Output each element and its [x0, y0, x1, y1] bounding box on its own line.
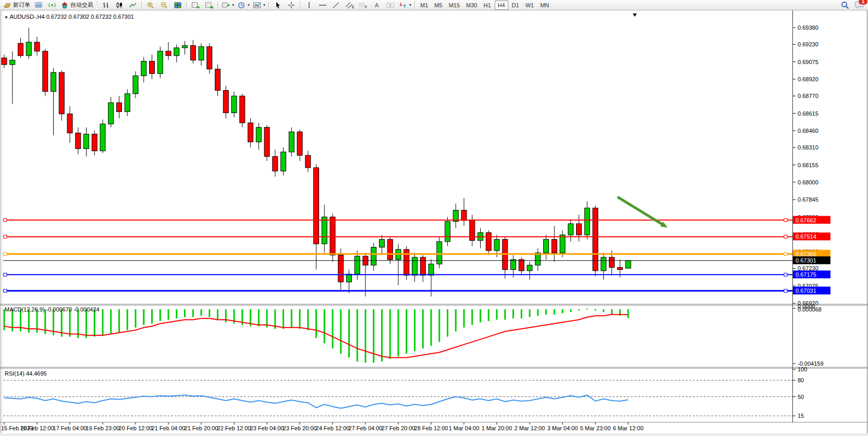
candle [593, 206, 598, 276]
periods-button[interactable]: ▾ [236, 0, 251, 10]
price-tick-label: 0.68310 [798, 144, 818, 151]
timeframe-M1[interactable]: M1 [418, 1, 431, 9]
candlestick-button[interactable] [113, 0, 126, 10]
candle-body-bear [519, 259, 524, 271]
candle-body-bull [51, 72, 56, 92]
charts-window-icon [34, 2, 43, 9]
crosshair-button[interactable] [285, 0, 298, 10]
candle-body-bull [141, 61, 146, 76]
chevron-down-icon: ▾ [263, 3, 265, 7]
vertical-line-icon [306, 2, 312, 9]
line-handle[interactable] [784, 273, 787, 276]
price-tick-label: 0.67845 [798, 196, 818, 203]
candle-body-bear [117, 103, 122, 111]
candle-body-bull [445, 221, 450, 242]
vertical-line-button[interactable] [302, 0, 316, 10]
candle-body-bull [108, 103, 114, 124]
tile-windows-button[interactable] [171, 0, 185, 10]
price-line-label: 0.67514 [796, 233, 816, 240]
new-order-icon [3, 2, 11, 9]
candle-body-bear [166, 51, 171, 56]
candle-body-bull [157, 51, 163, 73]
toolbar-separator [268, 1, 270, 9]
zoom-in-button[interactable] [144, 0, 157, 10]
svg-text:A: A [375, 2, 379, 8]
candle-body-bear [297, 132, 302, 155]
search-icon[interactable] [841, 1, 849, 9]
text-label-button[interactable]: T [384, 0, 397, 10]
trendline-button[interactable] [329, 0, 343, 10]
line-handle[interactable] [784, 253, 787, 256]
candle-body-bear [314, 168, 319, 244]
notification-badge: 1 [858, 0, 868, 5]
bar-chart-button[interactable] [99, 0, 113, 10]
candle-body-bull [289, 132, 294, 152]
line-handle[interactable] [4, 273, 7, 276]
line-handle[interactable] [784, 289, 787, 292]
rsi-level-label: 50 [798, 394, 804, 400]
chart-background [0, 10, 868, 436]
line-handle[interactable] [4, 219, 7, 222]
charts-window-button[interactable] [32, 0, 45, 10]
line-handle[interactable] [4, 289, 7, 292]
candle-body-bull [199, 47, 204, 60]
price-chart[interactable]: 0.693800.692300.690750.689200.687700.686… [0, 10, 868, 436]
candle-body-bull [133, 76, 138, 94]
fibonacci-button[interactable]: F [357, 0, 370, 10]
candle [207, 43, 212, 73]
arrows-button[interactable]: ▾ [397, 0, 413, 10]
timeframe-H1[interactable]: H1 [481, 1, 493, 9]
text-button[interactable]: A [370, 0, 384, 10]
candle-body-bear [223, 90, 228, 113]
cursor-button[interactable] [271, 0, 285, 10]
macd-indicator-label: MACD(12,26,9) -0.000670 -0.000424 [5, 306, 100, 313]
timeframe-D1[interactable]: D1 [509, 1, 522, 9]
candle-body-bear [305, 155, 311, 168]
timeframe-M15[interactable]: M15 [446, 1, 462, 9]
horizontal-line-icon [319, 2, 327, 9]
zoom-out-button[interactable] [157, 0, 171, 10]
new-order-button[interactable]: 新订单 [2, 0, 32, 10]
signals-button[interactable] [45, 0, 59, 10]
equidistant-channel-button[interactable]: E [343, 0, 357, 10]
window-bottom-strip [0, 433, 868, 436]
candle-body-bear [67, 114, 72, 133]
candle-body-bear [470, 220, 475, 241]
timeframe-M5[interactable]: M5 [432, 1, 445, 9]
line-handle[interactable] [784, 219, 787, 222]
candle-body-bull [347, 274, 352, 282]
candle [240, 94, 245, 128]
templates-button[interactable]: ▾ [251, 0, 267, 10]
fibonacci-icon: F [359, 2, 368, 9]
candle-body-bear [92, 134, 97, 151]
autotrading-button[interactable]: 自动交易 [59, 0, 95, 10]
toolbar-right-tools: 1 [841, 1, 864, 10]
auto-scroll-button[interactable] [189, 0, 202, 10]
autotrading-label: 自动交易 [70, 1, 93, 9]
rsi-level-label: 15 [798, 413, 804, 419]
chart-menu-arrow-icon[interactable]: ▼ [4, 15, 8, 20]
timeframe-MN[interactable]: MN [537, 1, 552, 9]
timeframe-H4[interactable]: H4 [495, 1, 508, 10]
candle-body-bear [420, 257, 425, 275]
date-label: 3 Mar 04:00 [547, 425, 578, 431]
line-handle[interactable] [784, 235, 787, 238]
timeframe-W1[interactable]: W1 [523, 1, 537, 9]
line-chart-button[interactable] [126, 0, 140, 10]
chart-shift-button[interactable] [202, 0, 216, 10]
date-label: 19 Feb 23:00 [86, 425, 120, 431]
horizontal-line-button[interactable] [316, 0, 329, 10]
line-handle[interactable] [4, 253, 7, 256]
timeframe-M30[interactable]: M30 [463, 1, 480, 9]
toolbar-grip [96, 1, 98, 9]
notifications-button[interactable]: 1 [854, 1, 864, 10]
price-tick-label: 0.68615 [798, 110, 818, 117]
chart-title-text: AUDUSD-,H4 0.67232 0.67302 0.67232 0.673… [9, 14, 134, 20]
line-handle[interactable] [4, 235, 7, 238]
indicators-icon [222, 2, 230, 9]
price-line-label: 0.67175 [796, 271, 816, 278]
indicators-button[interactable]: ▾ [220, 0, 236, 10]
candle-body-bear [2, 58, 7, 65]
signal-icon [48, 2, 56, 9]
candle-body-bull [26, 42, 31, 56]
